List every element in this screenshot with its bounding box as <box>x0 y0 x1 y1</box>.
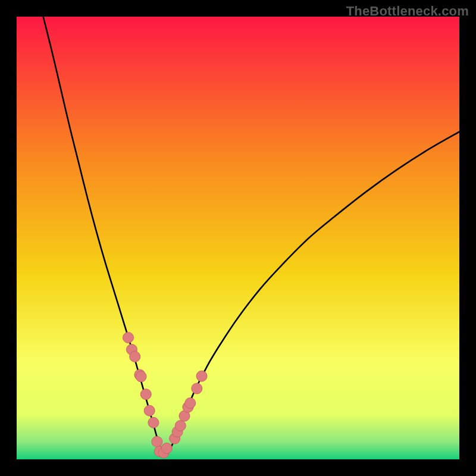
plot-area-outer <box>17 17 459 459</box>
marker-point <box>185 398 196 409</box>
marker-point <box>130 351 140 362</box>
bottleneck-chart <box>17 17 459 459</box>
marker-point <box>175 420 186 431</box>
chart-background-gradient <box>17 17 459 459</box>
watermark-text: TheBottleneck.com <box>346 4 469 19</box>
marker-point <box>196 371 207 381</box>
marker-point <box>136 371 146 382</box>
marker-point <box>148 417 159 428</box>
marker-point <box>161 443 172 453</box>
marker-point <box>144 405 155 416</box>
plot-area <box>17 17 459 459</box>
marker-point <box>140 389 151 400</box>
marker-point <box>192 383 202 394</box>
marker-point <box>123 332 133 343</box>
app-frame: TheBottleneck.com <box>0 0 476 476</box>
marker-point <box>152 436 162 447</box>
